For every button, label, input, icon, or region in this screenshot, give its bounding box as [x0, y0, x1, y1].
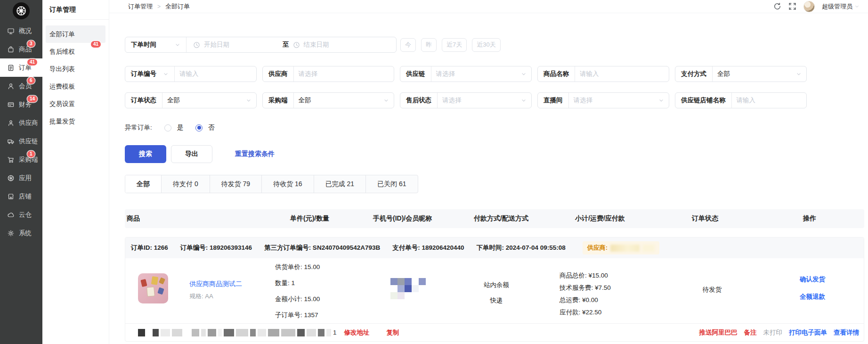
refresh-icon[interactable]: [773, 2, 781, 10]
filter-input[interactable]: 请输入: [575, 70, 669, 78]
radio-icon: [195, 124, 203, 131]
order-list-page: 下单时间 开始日期 至 结束日期: [109, 13, 868, 342]
date-range-input[interactable]: 开始日期 至 结束日期: [187, 41, 396, 49]
mosaic-cell: [224, 329, 234, 336]
quick-date-button-2[interactable]: 近7天: [442, 38, 467, 52]
primary-sidebar: 概况商品3订单41会员6财务14供应商供应链采购端1应用店铺云仓系统: [0, 0, 42, 344]
tab-3[interactable]: 待收货 16: [261, 175, 313, 193]
fullscreen-icon[interactable]: [788, 2, 796, 10]
search-button[interactable]: 搜索: [125, 145, 166, 163]
footer-right-link-3[interactable]: 打印电子面单: [789, 328, 827, 337]
reset-filters-link[interactable]: 重置搜索条件: [235, 150, 275, 158]
placeholder-text: 请选择: [436, 70, 455, 77]
tab-2[interactable]: 待发货 79: [210, 175, 261, 193]
filter-input[interactable]: 请输入: [732, 96, 807, 105]
quick-date-button-3[interactable]: 近30天: [472, 38, 500, 52]
sidebar-item-orders[interactable]: 订单41: [0, 58, 42, 77]
tab-0[interactable]: 全部: [125, 175, 161, 193]
footer-right-link-0[interactable]: 推送阿里巴巴: [699, 328, 738, 337]
amount-line: 商品总价: ¥15.00: [560, 270, 611, 280]
filter-input[interactable]: 请选择: [438, 96, 521, 105]
redacted-supplier-name: [642, 245, 655, 252]
export-button[interactable]: 导出: [171, 145, 212, 163]
filter-selected-value[interactable]: 全部: [162, 96, 246, 105]
end-date-input[interactable]: 结束日期: [293, 41, 329, 49]
abnormal-radio-0[interactable]: 是: [164, 123, 184, 132]
filter-input[interactable]: 请选择: [294, 70, 394, 78]
sidebar-item-dashboard[interactable]: 概况: [0, 22, 42, 40]
footer-right-link-2: 未打印: [763, 328, 783, 337]
abnormal-order-filter: 异常订单: 是否: [125, 123, 864, 132]
topbar: 订单管理 > 全部订单 超级管理员: [109, 0, 868, 13]
filter-group-r3-1: 采购端全部: [262, 92, 394, 108]
sidebar-item-system[interactable]: 系统: [0, 224, 42, 242]
sidebar-item-cloud-warehouse[interactable]: 云仓: [0, 205, 42, 224]
system-icon: [7, 229, 15, 237]
filter-label[interactable]: 订单编号: [125, 66, 174, 82]
start-date-input[interactable]: 开始日期: [193, 41, 279, 49]
notification-badge: 14: [27, 96, 37, 102]
abnormal-order-label: 异常订单:: [125, 123, 152, 132]
tab-5[interactable]: 已关闭 61: [365, 175, 417, 193]
sidebar-item-supplier[interactable]: 供应商: [0, 114, 42, 132]
selected-value-text: 全部: [299, 97, 311, 104]
placeholder-text: 请选择: [299, 70, 318, 77]
tab-1[interactable]: 待支付 0: [161, 175, 210, 193]
sidebar-item-finance[interactable]: 财务14: [0, 95, 42, 114]
filter-label-text: 直播间: [544, 96, 563, 105]
order-action-link-0[interactable]: 确认发货: [800, 275, 825, 284]
user-menu[interactable]: 超级管理员: [822, 2, 860, 11]
filter-input[interactable]: 请输入: [175, 70, 256, 78]
footer-right-link-1[interactable]: 备注: [744, 328, 757, 337]
mosaic-cell: [201, 329, 206, 336]
filter-selected-value[interactable]: 全部: [294, 96, 384, 105]
submenu-item-3[interactable]: 运费模板: [46, 78, 105, 95]
sidebar-item-members[interactable]: 会员6: [0, 77, 42, 95]
filter-label: 供应链店铺名称: [675, 93, 731, 108]
tab-4[interactable]: 已完成 21: [314, 175, 365, 193]
filter-selected-value[interactable]: 全部: [713, 70, 796, 78]
filter-label: 直播间: [538, 93, 568, 108]
submenu-item-1[interactable]: 售后维权41: [46, 43, 105, 60]
dashboard-icon: [7, 27, 15, 35]
payment-delivery: 站内余额快递: [472, 281, 521, 312]
unit-line: 子订单号: 1357: [275, 310, 320, 320]
quick-date-button-1[interactable]: 昨: [421, 38, 437, 52]
user-avatar[interactable]: [803, 1, 815, 12]
column-header: 付款方式/配送方式: [474, 214, 575, 223]
sidebar-item-store[interactable]: 店铺: [0, 187, 42, 205]
app-logo[interactable]: [0, 0, 42, 22]
sidebar-item-supply-chain[interactable]: 供应链: [0, 132, 42, 150]
product-name-link[interactable]: 供应商商品测试二: [189, 280, 242, 287]
chevron-down-icon: [854, 4, 860, 9]
submenu-item-0[interactable]: 全部订单: [46, 25, 105, 43]
selected-value-text: 全部: [167, 97, 180, 104]
footer-left-link-1[interactable]: 复制: [387, 328, 399, 337]
sidebar-item-apps[interactable]: 应用: [0, 169, 42, 187]
quick-date-button-0[interactable]: 今: [400, 38, 416, 52]
finance-icon: [7, 101, 15, 108]
filter-label-text: 供应链: [406, 70, 425, 78]
footer-right-link-4[interactable]: 查看详情: [834, 328, 859, 337]
submenu-item-2[interactable]: 导出列表: [46, 60, 105, 78]
order-row-actions: 确认发货全额退款: [800, 275, 825, 310]
time-field-select[interactable]: 下单时间: [125, 37, 186, 52]
submenu-item-4[interactable]: 交易设置: [46, 95, 105, 113]
filter-input[interactable]: 请选择: [431, 70, 521, 78]
start-date-placeholder: 开始日期: [204, 41, 229, 49]
filter-group-r3-4: 供应链店铺名称请输入: [675, 92, 807, 108]
placeholder-text: 请选择: [574, 97, 593, 104]
submenu-item-5[interactable]: 批量发货: [46, 113, 105, 130]
filter-label: 售后状态: [400, 93, 437, 108]
abnormal-radio-1[interactable]: 否: [195, 123, 215, 132]
sidebar-item-goods[interactable]: 商品3: [0, 40, 42, 58]
sidebar-item-purchaser[interactable]: 采购端1: [0, 150, 42, 169]
product-image[interactable]: [138, 273, 168, 303]
footer-left-link-0[interactable]: 修改地址: [344, 328, 370, 337]
product-info: 供应商商品测试二 规格: AA: [189, 280, 242, 301]
filter-input[interactable]: 请选择: [569, 96, 659, 105]
mosaic-cell: [138, 329, 145, 336]
mosaic-cell: [397, 278, 405, 285]
breadcrumb-item[interactable]: 订单管理: [128, 2, 153, 11]
order-action-link-1[interactable]: 全额退款: [800, 293, 825, 301]
